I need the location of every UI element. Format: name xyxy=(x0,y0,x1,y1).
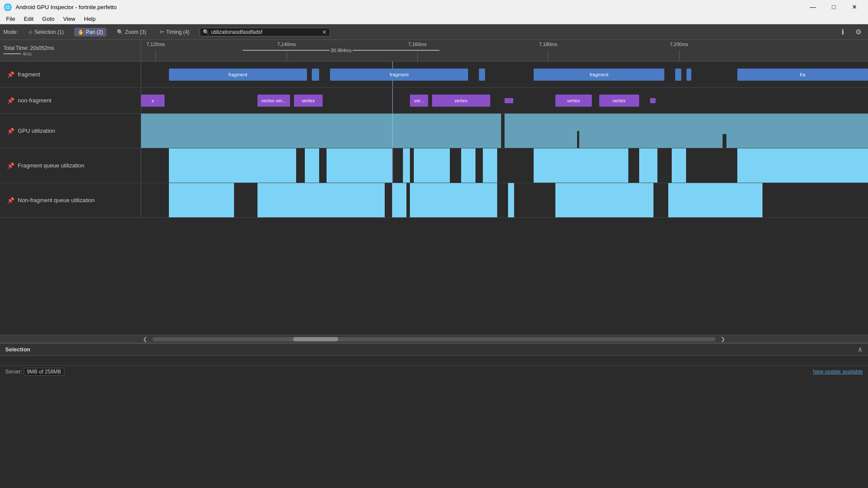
timeline-header: Total Time: 20s052ms 4ms 30.964ms 7,120m… xyxy=(0,40,868,62)
vertex-bar-6[interactable] xyxy=(505,98,513,103)
scroll-left-button[interactable]: ❮ xyxy=(141,336,149,342)
search-clear-icon[interactable]: ✕ xyxy=(322,29,327,35)
fragment-bar-4[interactable] xyxy=(479,69,485,81)
menu-view[interactable]: View xyxy=(59,15,80,23)
nonfrag-q-bar-4 xyxy=(392,183,406,217)
nonfrag-q-bar-3 xyxy=(330,183,385,217)
scroll-right-button[interactable]: ❯ xyxy=(719,336,727,342)
non-fragment-track-content[interactable]: x vertex ver... vertex ver... vertex ver… xyxy=(141,88,868,113)
gpu-utilization-track-content[interactable] xyxy=(141,114,868,148)
nonfrag-q-bar-8 xyxy=(668,183,763,217)
non-fragment-queue-label-text: Non-fragment queue utilization xyxy=(18,197,95,203)
gpu-util-gap-1 xyxy=(501,114,505,148)
non-fragment-pin-icon[interactable]: 📌 xyxy=(7,97,14,104)
scrollbar-thumb[interactable] xyxy=(293,337,338,341)
fragment-bar-2[interactable] xyxy=(312,69,319,81)
fragment-pin-icon[interactable]: 📌 xyxy=(7,71,14,78)
fragment-bar-3[interactable]: fragment xyxy=(330,69,468,81)
fragment-bar-5[interactable]: fragment xyxy=(534,69,664,81)
server-value: 9MB of 258MB xyxy=(24,368,64,376)
frag-q-bar-1 xyxy=(169,148,296,183)
server-info: Server: 9MB of 258MB xyxy=(5,368,64,376)
search-container: 🔍 ✕ xyxy=(200,28,330,36)
nonfrag-q-bar-7 xyxy=(555,183,653,217)
fragment-queue-track-content[interactable] xyxy=(141,148,868,183)
frag-q-bar-8 xyxy=(534,148,628,183)
non-fragment-queue-track-content[interactable] xyxy=(141,183,868,217)
fragment-bar-6[interactable] xyxy=(675,69,681,81)
non-fragment-queue-track-label: 📌 Non-fragment queue utilization xyxy=(0,183,141,217)
close-button[interactable]: ✕ xyxy=(845,0,865,14)
menu-goto[interactable]: Goto xyxy=(38,15,59,23)
menu-file[interactable]: File xyxy=(2,15,20,23)
gpu-pin-icon[interactable]: 📌 xyxy=(7,128,14,134)
frag-q-bar-11 xyxy=(737,148,868,183)
frag-q-bar-7 xyxy=(483,148,497,183)
zoom-icon: 🔍 xyxy=(117,29,123,35)
non-fragment-label-text: non-fragment xyxy=(18,97,51,104)
vertex-bar-3[interactable]: vertex xyxy=(294,95,323,107)
menu-help[interactable]: Help xyxy=(80,15,100,23)
non-fragment-queue-pin-icon[interactable]: 📌 xyxy=(7,197,14,204)
frag-q-bar-5 xyxy=(414,148,450,183)
status-bar: Server: 9MB of 258MB New update availabl… xyxy=(0,365,868,377)
scrollbar-area[interactable]: ❮ ❯ xyxy=(0,335,868,343)
fragment-queue-pin-icon[interactable]: 📌 xyxy=(7,162,14,169)
title-bar-left: 🌐 Android GPU Inspector - fortnite.perfe… xyxy=(3,3,117,11)
mode-timing-button[interactable]: ⊢ Timing (4) xyxy=(157,28,193,36)
vertex-bar-9[interactable] xyxy=(650,98,656,103)
fragment-track-row: 📌 fragment fragment fragment fragment fr… xyxy=(0,62,868,88)
nonfrag-q-bar-6 xyxy=(508,183,514,217)
vertex-bar-1[interactable]: x xyxy=(141,95,165,107)
search-input[interactable] xyxy=(211,29,320,35)
fragment-queue-track-label: 📌 Fragment queue utilization xyxy=(0,148,141,183)
selection-range: 30.964ms xyxy=(243,48,439,53)
gpu-utilization-bar xyxy=(141,114,868,148)
info-button[interactable]: ℹ xyxy=(837,26,849,38)
time-marker-0: 7,120ms xyxy=(146,42,165,47)
vertex-bar-2[interactable]: vertex ver... xyxy=(257,95,290,107)
empty-area xyxy=(0,218,868,335)
mode-zoom-button[interactable]: 🔍 Zoom (3) xyxy=(113,28,150,36)
tracks-container[interactable]: 📌 fragment fragment fragment fragment fr… xyxy=(0,62,868,335)
title-bar-controls: — □ ✕ xyxy=(803,0,865,14)
frag-q-bar-3 xyxy=(327,148,392,183)
scrollbar-track[interactable] xyxy=(152,337,716,341)
fragment-bar-7[interactable] xyxy=(686,69,692,81)
nonfrag-q-bar-2 xyxy=(257,183,341,217)
frag-q-bar-4 xyxy=(403,148,410,183)
vertex-bar-8[interactable]: vertex xyxy=(599,95,639,107)
gpu-util-gap-3 xyxy=(723,134,726,148)
toolbar-right: ℹ ⚙ xyxy=(837,26,865,38)
mode-pan-label: Pan (2) xyxy=(86,29,103,35)
minimize-button[interactable]: — xyxy=(803,0,823,14)
gpu-utilization-track-label: 📌 GPU utilization xyxy=(0,114,141,148)
frag-q-bar-2 xyxy=(305,148,319,183)
fragment-bar-1[interactable]: fragment xyxy=(169,69,307,81)
bottom-panel: Selection ∧ xyxy=(0,343,868,365)
fragment-bar-8[interactable]: fra xyxy=(737,69,868,81)
menu-edit[interactable]: Edit xyxy=(20,15,38,23)
update-link[interactable]: New update available xyxy=(813,369,863,375)
menu-bar: File Edit Goto View Help xyxy=(0,14,868,24)
mode-selection-button[interactable]: ⊹ Selection (1) xyxy=(25,28,67,36)
toolbar: Mode: ⊹ Selection (1) ✋ Pan (2) 🔍 Zoom (… xyxy=(0,24,868,40)
vertex-bar-7[interactable]: vertex xyxy=(555,95,592,107)
mode-zoom-label: Zoom (3) xyxy=(125,29,146,35)
frag-q-bar-9 xyxy=(639,148,657,183)
vertex-bar-5[interactable]: vertex xyxy=(432,95,490,107)
fragment-track-content[interactable]: fragment fragment fragment fra xyxy=(141,62,868,87)
non-fragment-track-row: 📌 non-fragment x vertex ver... vertex ve… xyxy=(0,88,868,114)
vertex-bar-4[interactable]: ver... xyxy=(410,95,428,107)
maximize-button[interactable]: □ xyxy=(824,0,844,14)
total-time-scale: 4ms xyxy=(3,51,137,56)
gpu-utilization-track-row: 📌 GPU utilization xyxy=(0,114,868,148)
non-fragment-queue-track-row: 📌 Non-fragment queue utilization xyxy=(0,183,868,218)
timing-icon: ⊢ xyxy=(160,29,165,35)
mode-pan-button[interactable]: ✋ Pan (2) xyxy=(74,28,106,36)
selection-collapse-button[interactable]: ∧ xyxy=(858,345,863,354)
settings-button[interactable]: ⚙ xyxy=(852,26,865,38)
selection-icon: ⊹ xyxy=(28,29,33,35)
fragment-queue-track-row: 📌 Fragment queue utilization xyxy=(0,148,868,183)
search-icon: 🔍 xyxy=(203,29,209,35)
